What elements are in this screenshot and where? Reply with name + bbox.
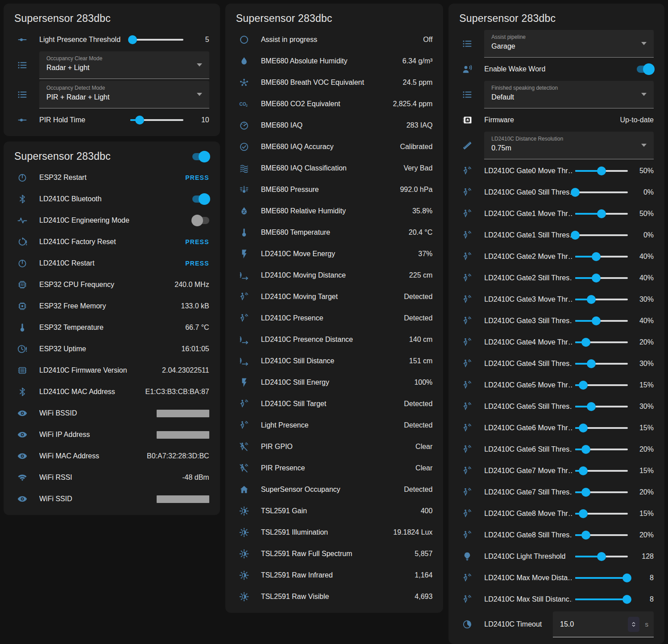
tsl2591-raw-infrared-row[interactable]: TSL2591 Raw Infrared1,164 xyxy=(232,565,436,586)
ld2410c-still-distance-row[interactable]: LD2410C Still Distance151 cm xyxy=(232,350,436,372)
supersensor-occupancy-row[interactable]: SuperSensor OccupancyDetected xyxy=(232,479,436,500)
ld2410c-timeout-stepper[interactable] xyxy=(628,617,639,632)
ld2410c-presence-row[interactable]: LD2410C PresenceDetected xyxy=(232,307,436,329)
bme680-iaq-classification-row[interactable]: BME680 IAQ ClassificationVery Bad xyxy=(232,158,436,179)
light-presence-threshold-slider[interactable] xyxy=(130,35,183,44)
ld2410c-gate8-move-thr-knob[interactable] xyxy=(579,509,588,518)
ld2410c-gate0-still-thres-slider[interactable] xyxy=(575,188,628,197)
pir-hold-time-knob[interactable] xyxy=(135,116,144,125)
ld2410c-max-move-dista-slider[interactable] xyxy=(575,573,628,582)
esp32-cpu-frequency-row[interactable]: 32ESP32 CPU Frequency240.0 MHz xyxy=(11,274,213,295)
wifi-mac-address-row[interactable]: WiFi MAC AddressB0:A7:32:28:3D:BC xyxy=(11,445,213,467)
card-header-toggle[interactable] xyxy=(192,153,209,160)
ld2410c-max-still-distanc-slider[interactable] xyxy=(575,595,628,604)
ld2410c-gate5-move-thr-slider[interactable] xyxy=(575,381,628,390)
esp32-free-memory-row[interactable]: ESP32 Free Memory133.0 kB xyxy=(11,295,213,317)
firmware-row[interactable]: FirmwareUp-to-date xyxy=(456,109,657,131)
ld2410c-gate2-move-thr-slider[interactable] xyxy=(575,252,628,261)
ld2410c-gate8-move-thr-slider[interactable] xyxy=(575,509,628,518)
ld2410c-gate3-move-thr-slider[interactable] xyxy=(575,295,628,304)
wifi-rssi-row[interactable]: WiFi RSSI-48 dBm xyxy=(11,467,213,488)
ld2410c-gate0-move-thr-slider[interactable] xyxy=(575,166,628,175)
ld2410c-gate4-move-thr-knob[interactable] xyxy=(581,338,590,347)
ld2410c-gate1-still-thres-track[interactable] xyxy=(575,234,628,236)
ld2410c-gate6-move-thr-knob[interactable] xyxy=(579,424,588,432)
ld2410c-distance-resolution-select[interactable]: LD2410C Distance Resolution0.75m xyxy=(484,132,654,159)
ld2410c-gate4-move-thr-slider[interactable] xyxy=(575,338,628,347)
ld2410c-gate6-move-thr-slider[interactable] xyxy=(575,424,628,432)
ld2410c-gate8-still-thres-knob[interactable] xyxy=(581,531,590,540)
enable-wake-word-toggle-knob[interactable] xyxy=(643,63,655,75)
ld2410c-gate4-still-thres-slider[interactable] xyxy=(575,359,628,368)
pir-presence-row[interactable]: PIR PresenceClear xyxy=(232,457,436,479)
assist-in-progress-row[interactable]: Assist in progressOff xyxy=(232,29,436,50)
ld2410c-mac-address-row[interactable]: LD2410C MAC AddressE1:C3:B3:CB:BA:87 xyxy=(11,381,213,403)
bme680-pressure-row[interactable]: BME680 Pressure992.0 hPa xyxy=(232,179,436,200)
ld2410c-move-energy-row[interactable]: LD2410C Move Energy37% xyxy=(232,243,436,265)
light-presence-row[interactable]: Light PresenceDetected xyxy=(232,415,436,436)
ld2410c-gate6-still-thres-knob[interactable] xyxy=(581,445,590,454)
tsl2591-gain-row[interactable]: TSL2591 Gain400 xyxy=(232,500,436,522)
pir-hold-time-slider[interactable] xyxy=(130,116,183,125)
ld2410c-gate8-still-thres-slider[interactable] xyxy=(575,531,628,540)
ld2410c-engineering-mode-toggle[interactable] xyxy=(192,217,209,224)
esp32-restart-press-button[interactable]: PRESS xyxy=(185,174,209,181)
ld2410c-moving-distance-row[interactable]: LD2410C Moving Distance225 cm xyxy=(232,265,436,286)
ld2410c-gate7-move-thr-slider[interactable] xyxy=(575,466,628,475)
ld2410c-max-still-distanc-knob[interactable] xyxy=(622,595,631,604)
light-presence-threshold-knob[interactable] xyxy=(128,35,137,44)
ld2410c-gate2-still-thres-slider[interactable] xyxy=(575,274,628,283)
ld2410c-gate3-move-thr-knob[interactable] xyxy=(587,295,596,304)
bme680-relative-humidity-row[interactable]: BME680 Relative Humidity35.8% xyxy=(232,200,436,222)
ld2410c-gate1-move-thr-knob[interactable] xyxy=(597,209,606,218)
ld2410c-gate3-still-thres-slider[interactable] xyxy=(575,316,628,325)
ld2410c-light-threshold-knob[interactable] xyxy=(597,552,606,561)
ld2410c-timeout-input[interactable]: 15.0 xyxy=(560,620,628,628)
ld2410c-bluetooth-toggle-knob[interactable] xyxy=(199,193,210,205)
finished-speaking-detection-select[interactable]: Finished speaking detectionDefault xyxy=(484,81,654,108)
bme680-breath-voc-equivalent-row[interactable]: BME680 Breath VOC Equivalent24.5 ppm xyxy=(232,72,436,93)
ld2410c-gate4-still-thres-knob[interactable] xyxy=(587,359,596,368)
ld2410c-restart-press-button[interactable]: PRESS xyxy=(185,260,209,267)
occupancy-clear-mode-select[interactable]: Occupancy Clear ModeRadar + Light xyxy=(39,51,209,79)
ld2410c-still-energy-row[interactable]: LD2410C Still Energy100% xyxy=(232,372,436,393)
ld2410c-gate2-move-thr-knob[interactable] xyxy=(592,252,601,261)
ld2410c-factory-reset-press-button[interactable]: PRESS xyxy=(185,238,209,245)
bme680-absolute-humidity-row[interactable]: BME680 Absolute Humidity6.34 g/m³ xyxy=(232,50,436,72)
ld2410c-gate0-still-thres-track[interactable] xyxy=(575,191,628,193)
tsl2591-raw-visible-row[interactable]: TSL2591 Raw Visible4,693 xyxy=(232,586,436,607)
ld2410c-gate0-move-thr-knob[interactable] xyxy=(597,166,606,175)
tsl2591-raw-full-spectrum-row[interactable]: TSL2591 Raw Full Spectrum5,857 xyxy=(232,543,436,565)
tsl2591-illumination-row[interactable]: TSL2591 Illumination19.1824 Lux xyxy=(232,522,436,543)
ld2410c-light-threshold-slider[interactable] xyxy=(575,552,628,561)
bme680-co2-equivalent-row[interactable]: CO2BME680 CO2 Equivalent2,825.4 ppm xyxy=(232,93,436,115)
ld2410c-moving-target-row[interactable]: LD2410C Moving TargetDetected xyxy=(232,286,436,307)
bme680-iaq-row[interactable]: BME680 IAQ283 IAQ xyxy=(232,115,436,136)
ld2410c-engineering-mode-toggle-knob[interactable] xyxy=(191,215,203,226)
ld2410c-gate5-still-thres-knob[interactable] xyxy=(587,402,596,411)
ld2410c-gate2-still-thres-knob[interactable] xyxy=(592,274,601,283)
bme680-iaq-accuracy-row[interactable]: BME680 IAQ AccuracyCalibrated xyxy=(232,136,436,158)
ld2410c-gate7-still-thres-slider[interactable] xyxy=(575,488,628,497)
ld2410c-firmware-version-row[interactable]: LD2410C Firmware Version2.04.23022511 xyxy=(11,360,213,381)
esp32-uptime-row[interactable]: ESP32 Uptime16:01:05 xyxy=(11,338,213,360)
ld2410c-gate1-still-thres-knob[interactable] xyxy=(571,231,580,240)
ld2410c-gate5-move-thr-knob[interactable] xyxy=(579,381,588,390)
assist-pipeline-select[interactable]: Assist pipelineGarage xyxy=(484,30,654,58)
ld2410c-presence-distance-row[interactable]: LD2410C Presence Distance140 cm xyxy=(232,329,436,350)
pir-gpio-row[interactable]: PIR GPIOClear xyxy=(232,436,436,457)
occupancy-detect-mode-select[interactable]: Occupancy Detect ModePIR + Radar + Light xyxy=(39,81,209,108)
ld2410c-gate3-still-thres-knob[interactable] xyxy=(592,316,601,325)
ld2410c-max-move-dista-knob[interactable] xyxy=(622,573,631,582)
card-header-toggle-knob[interactable] xyxy=(199,151,210,162)
ld2410c-gate1-move-thr-slider[interactable] xyxy=(575,209,628,218)
ld2410c-gate5-still-thres-slider[interactable] xyxy=(575,402,628,411)
ld2410c-gate0-still-thres-knob[interactable] xyxy=(571,188,580,197)
ld2410c-still-target-row[interactable]: LD2410C Still TargetDetected xyxy=(232,393,436,415)
ld2410c-gate6-still-thres-slider[interactable] xyxy=(575,445,628,454)
esp32-temperature-row[interactable]: ESP32 Temperature66.7 °C xyxy=(11,317,213,338)
bme680-temperature-row[interactable]: BME680 Temperature20.4 °C xyxy=(232,222,436,243)
enable-wake-word-toggle[interactable] xyxy=(637,66,654,73)
ld2410c-timeout-input-box[interactable]: 15.0s xyxy=(553,611,654,637)
ld2410c-gate1-still-thres-slider[interactable] xyxy=(575,231,628,240)
